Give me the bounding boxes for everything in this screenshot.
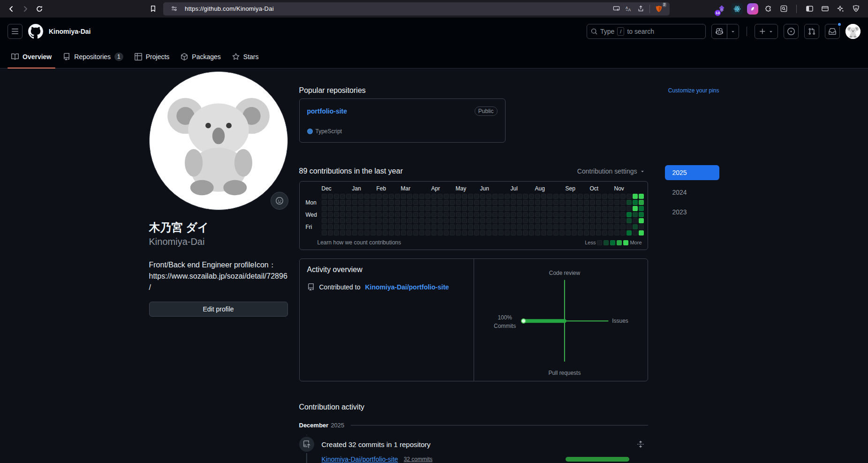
contribution-cell[interactable] <box>559 230 565 235</box>
contribution-cell[interactable] <box>553 230 559 235</box>
contribution-cell[interactable] <box>633 224 638 229</box>
back-icon[interactable] <box>5 2 18 15</box>
contribution-cell[interactable] <box>474 230 479 235</box>
contribution-cell[interactable] <box>474 218 479 223</box>
contribution-cell[interactable] <box>480 230 485 235</box>
contribution-cell[interactable] <box>322 224 327 229</box>
translate-icon[interactable]: AA <box>622 3 634 15</box>
contribution-cell[interactable] <box>468 212 473 217</box>
contribution-cell[interactable] <box>431 200 437 205</box>
contribution-cell[interactable] <box>401 200 406 205</box>
create-new-button[interactable] <box>755 24 778 39</box>
contribution-cell[interactable] <box>352 230 357 235</box>
contribution-cell[interactable] <box>511 212 516 217</box>
contribution-cell[interactable] <box>340 194 345 199</box>
contribution-cell[interactable] <box>639 194 644 199</box>
contribution-cell[interactable] <box>438 200 443 205</box>
contribution-cell[interactable] <box>407 224 412 229</box>
contribution-cell[interactable] <box>468 200 473 205</box>
contribution-cell[interactable] <box>596 200 601 205</box>
contribution-cell[interactable] <box>346 200 351 205</box>
contribution-cell[interactable] <box>462 194 467 199</box>
contribution-cell[interactable] <box>431 224 437 229</box>
contribution-cell[interactable] <box>541 194 546 199</box>
contribution-cell[interactable] <box>559 218 565 223</box>
contribution-cell[interactable] <box>346 224 351 229</box>
contribution-cell[interactable] <box>639 206 644 211</box>
contribution-cell[interactable] <box>578 194 583 199</box>
contribution-cell[interactable] <box>444 218 449 223</box>
contribution-cell[interactable] <box>450 230 455 235</box>
contribution-cell[interactable] <box>511 224 516 229</box>
contribution-cell[interactable] <box>377 224 382 229</box>
contribution-cell[interactable] <box>566 194 571 199</box>
contribution-cell[interactable] <box>572 230 577 235</box>
contribution-cell[interactable] <box>572 224 577 229</box>
contribution-cell[interactable] <box>346 206 351 211</box>
contribution-cell[interactable] <box>401 194 406 199</box>
contribution-cell[interactable] <box>401 230 406 235</box>
contribution-cell[interactable] <box>486 224 491 229</box>
contribution-cell[interactable] <box>425 230 430 235</box>
contribution-cell[interactable] <box>486 218 491 223</box>
contribution-cell[interactable] <box>535 224 540 229</box>
contribution-cell[interactable] <box>364 218 370 223</box>
year-button-2025[interactable]: 2025 <box>665 165 719 180</box>
contribution-cell[interactable] <box>438 230 443 235</box>
contribution-cell[interactable] <box>407 194 412 199</box>
contribution-cell[interactable] <box>425 206 430 211</box>
event-repo-link[interactable]: Kinomiya-Dai/portfolio-site <box>322 455 398 463</box>
contribution-cell[interactable] <box>468 230 473 235</box>
send-to-device-icon[interactable] <box>610 3 622 15</box>
contribution-cell[interactable] <box>474 224 479 229</box>
contribution-cell[interactable] <box>425 212 430 217</box>
contribution-cell[interactable] <box>584 230 589 235</box>
contribution-cell[interactable] <box>334 230 339 235</box>
contribution-cell[interactable] <box>389 194 394 199</box>
contribution-cell[interactable] <box>578 230 583 235</box>
contribution-cell[interactable] <box>346 230 351 235</box>
contribution-cell[interactable] <box>541 224 546 229</box>
contribution-cell[interactable] <box>334 194 339 199</box>
contribution-cell[interactable] <box>419 212 424 217</box>
contribution-cell[interactable] <box>505 218 510 223</box>
contribution-cell[interactable] <box>553 206 559 211</box>
contribution-cell[interactable] <box>626 200 632 205</box>
edit-profile-button[interactable]: Edit profile <box>149 302 288 317</box>
contribution-cell[interactable] <box>578 212 583 217</box>
contribution-cell[interactable] <box>383 218 388 223</box>
contribution-cell[interactable] <box>498 230 504 235</box>
contribution-cell[interactable] <box>590 206 595 211</box>
contribution-cell[interactable] <box>596 206 601 211</box>
contribution-cell[interactable] <box>511 200 516 205</box>
contribution-cell[interactable] <box>547 230 552 235</box>
contribution-cell[interactable] <box>620 230 626 235</box>
contribution-cell[interactable] <box>486 194 491 199</box>
contribution-cell[interactable] <box>639 224 644 229</box>
contribution-cell[interactable] <box>547 206 552 211</box>
contribution-cell[interactable] <box>602 212 607 217</box>
contribution-cell[interactable] <box>505 194 510 199</box>
contribution-cell[interactable] <box>450 212 455 217</box>
contribution-cell[interactable] <box>370 194 376 199</box>
contribution-cell[interactable] <box>438 194 443 199</box>
contribution-cell[interactable] <box>377 218 382 223</box>
contribution-cell[interactable] <box>419 194 424 199</box>
contribution-cell[interactable] <box>572 194 577 199</box>
contribution-cell[interactable] <box>328 218 333 223</box>
contribution-cell[interactable] <box>322 230 327 235</box>
contribution-cell[interactable] <box>401 224 406 229</box>
contribution-cell[interactable] <box>498 212 504 217</box>
github-logo-icon[interactable] <box>28 24 43 39</box>
contribution-cell[interactable] <box>602 218 607 223</box>
contribution-cell[interactable] <box>596 194 601 199</box>
contribution-cell[interactable] <box>553 212 559 217</box>
contribution-cell[interactable] <box>626 212 632 217</box>
contribution-cell[interactable] <box>535 206 540 211</box>
contribution-cell[interactable] <box>486 206 491 211</box>
contribution-cell[interactable] <box>340 212 345 217</box>
contribution-cell[interactable] <box>584 194 589 199</box>
contribution-cell[interactable] <box>334 212 339 217</box>
contribution-cell[interactable] <box>541 200 546 205</box>
contribution-cell[interactable] <box>462 218 467 223</box>
